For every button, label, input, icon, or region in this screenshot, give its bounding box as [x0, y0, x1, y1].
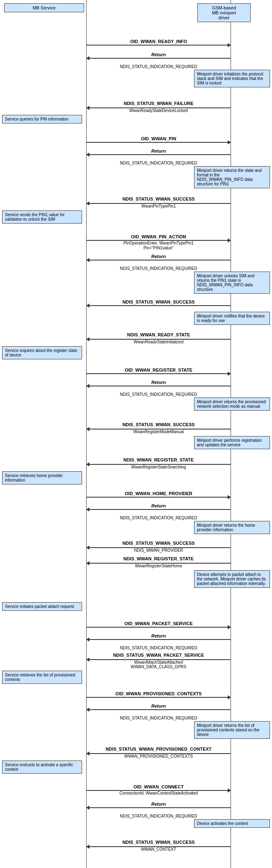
- seq-row-note1: Miniport driver initializes the protocol…: [0, 70, 272, 98]
- label-prov-contexts: OID_WWAN_PROVISIONED_CONTEXTS: [86, 691, 231, 696]
- ndis-indication-1: NDIS_STATUS_INDICATION_REQUIRED: [86, 64, 231, 69]
- arrow-return2-line: [86, 154, 231, 155]
- label-return4: Return: [86, 380, 231, 385]
- arrow-return5-line: [86, 509, 231, 510]
- note-pin-info: Miniport driver returns the state and fo…: [194, 166, 270, 188]
- note-home-provider: Service retrieves home provider informat…: [2, 471, 82, 484]
- arrow-prov-contexts-line: [86, 697, 231, 698]
- label-prov-context2: NDIS_STATUS_WWAN_PROVISIONED_CONTEXT: [86, 747, 231, 752]
- sequence-diagram: MB Service GSM-basedMB miniportdriver OI…: [0, 0, 272, 868]
- note-packet-attach-svc: Service initiates packet attach request: [2, 602, 82, 611]
- note-packet-attach: Device attempts to packet attach to the …: [194, 570, 270, 588]
- label-return3: Return: [86, 254, 231, 259]
- seq-row-reg-note: Service inquires about the register stat…: [0, 346, 272, 367]
- seq-row-note5: Miniport driver returns the home provide…: [0, 521, 272, 538]
- label-return2: Return: [86, 148, 231, 153]
- seq-row-ready-state-arrow: NDIS_WWAN_READY_STATE WwanReadyStateInit…: [0, 331, 272, 345]
- seq-row-reg-state3: NDIS_WWAN_REGISTER_STATE WwanRegisterSta…: [0, 555, 272, 569]
- arrow-packet-service-line: [86, 627, 231, 628]
- sublabel-pin-action2: Pin="PIN1value": [86, 246, 231, 250]
- label-reg-state2: NDIS_WWAN_REGISTER_STATE: [86, 457, 231, 462]
- label-return5: Return: [86, 503, 231, 508]
- actor-miniport: GSM-basedMB miniportdriver: [197, 3, 251, 22]
- note-network-select: Miniport driver returns the provisioned …: [194, 397, 270, 411]
- ndis-indication-7: NDIS_STATUS_INDICATION_REQUIRED: [86, 716, 231, 720]
- note-home-info: Miniport driver returns the home provide…: [194, 521, 270, 534]
- sublabel-reg-state3: WwanRegisterStateHome: [86, 564, 231, 568]
- sublabel-failure: WwanReadyStateDeviceLocked: [86, 108, 231, 113]
- label-return6: Return: [86, 633, 231, 638]
- sublabel-success-final: WWAN_CONTEXT: [86, 847, 231, 852]
- seq-row-connect: OID_WWAN_CONNECT ConnectionId, WwanConte…: [0, 784, 272, 801]
- arrow-home-provider-line: [86, 497, 231, 498]
- seq-row-packet-service2: NDIS_STATUS_WWAN_PACKET_SERVICE WwanAtta…: [0, 651, 272, 670]
- label-return1: Return: [86, 52, 231, 57]
- sublabel-connect: ConnectionId, WwanContextStateActivated: [86, 791, 231, 795]
- sublabel-packet-service2b: WWAN_DATA_CLASS_GPRS: [86, 665, 231, 669]
- arrow-reg-state-line: [86, 373, 231, 374]
- note-provisioned-contexts: Service retrieves the list of provisione…: [2, 671, 82, 684]
- seq-row-note8: Device activates the context: [0, 819, 272, 837]
- note-unlock-sim: Miniport driver unlocks SIM and returns …: [194, 272, 270, 294]
- arrow-return1-line: [86, 58, 231, 59]
- seq-row-note2: Miniport driver returns the state and fo…: [0, 166, 272, 194]
- seq-row-home-provider: OID_WWAN_HOME_PROVIDER: [0, 491, 272, 503]
- seq-row-note6: Device attempts to packet attach to the …: [0, 570, 272, 601]
- seq-row-prov-note: Service retrieves the list of provisione…: [0, 671, 272, 690]
- ndis-indication-4: NDIS_STATUS_INDICATION_REQUIRED: [86, 392, 231, 397]
- sublabel-prov-context2: WWAN_PROVISIONED_CONTEXTS: [86, 754, 231, 758]
- label-pin-action: OID_WWAN_PIN_ACTION: [86, 234, 231, 239]
- note-miniport-init: Miniport driver initializes the protocol…: [194, 70, 270, 87]
- note-registration: Miniport driver performs registration an…: [194, 436, 270, 449]
- label-success-final: NDIS_STATUS_WWAN_SUCCESS: [86, 840, 231, 845]
- seq-row-return2: Return: [0, 148, 272, 160]
- seq-row-note4: Miniport driver returns the provisioned …: [0, 397, 272, 420]
- seq-row-prov-contexts: OID_WWAN_PROVISIONED_CONTEXTS: [0, 691, 272, 703]
- arrow-return3-line: [86, 260, 231, 260]
- label-return8: Return: [86, 802, 231, 806]
- seq-row-note7: Miniport driver returns the list of prov…: [0, 721, 272, 744]
- seq-row-return4: Return: [0, 380, 272, 391]
- label-connect: OID_WWAN_CONNECT: [86, 784, 231, 789]
- label-home-provider: OID_WWAN_HOME_PROVIDER: [86, 491, 231, 496]
- seq-row-packet-note: Service initiates packet attach request: [0, 602, 272, 620]
- seq-row-home-note: Service retrieves home provider informat…: [0, 471, 272, 490]
- label-reg-state: OID_WWAN_REGISTER_STATE: [86, 368, 231, 372]
- label-return7: Return: [86, 704, 231, 708]
- label-success2: NDIS_STATUS_WWAN_SUCCESS: [86, 299, 231, 304]
- label-ready-info: OID_WWAN_READY_INFO: [86, 39, 231, 44]
- label-success1: NDIS_STATUS_WWAN_SUCCESS: [86, 196, 231, 201]
- label-failure: NDIS_STATUS_WWAN_FAILURE: [86, 101, 231, 106]
- sublabel-success1: WwanPinTypePin1: [86, 204, 231, 208]
- label-success4: NDIS_STATUS_WWAN_SUCCESS: [86, 541, 231, 546]
- seq-row-pin-action: OID_WWAN_PIN_ACTION PinOperationEnter, W…: [0, 234, 272, 253]
- arrow-pin-line: [86, 142, 231, 143]
- actor-left-label: MB Service: [32, 5, 55, 10]
- ndis-indication-6: NDIS_STATUS_INDICATION_REQUIRED: [86, 646, 231, 650]
- sublabel-pin-action1: PinOperationEnter, WwanPinTypePin1: [86, 241, 231, 245]
- note-register-state: Service inquires about the register stat…: [2, 346, 82, 359]
- sublabel-success4: NDIS_WWAN_PROVIDER: [86, 548, 231, 553]
- seq-row-success3: NDIS_STATUS_WWAN_SUCCESS WwanRegisterMod…: [0, 420, 272, 435]
- seq-row-note3: Miniport driver unlocks SIM and returns …: [0, 272, 272, 299]
- label-reg-state3: NDIS_WWAN_REGISTER_STATE: [86, 556, 231, 561]
- note-prov-list: Miniport driver returns the list of prov…: [194, 721, 270, 739]
- actor-right-label: GSM-basedMB miniportdriver: [212, 5, 236, 20]
- seq-row-success2: NDIS_STATUS_WWAN_SUCCESS: [0, 299, 272, 311]
- seq-row-reg-state2-note: Miniport driver performs registration an…: [0, 436, 272, 455]
- label-pin: OID_WWAN_PIN: [86, 136, 231, 141]
- seq-row-return3: Return: [0, 254, 272, 265]
- label-packet-service: OID_WWAN_PACKET_SERVICE: [86, 621, 231, 626]
- label-ready-state: NDIS_WWAN_READY_STATE: [86, 332, 231, 337]
- note-service-pin: Service queries for PIN information: [2, 115, 82, 123]
- seq-row-return7: Return: [0, 704, 272, 715]
- seq-row-return8: Return: [0, 802, 272, 813]
- arrow-success2-line: [86, 305, 231, 306]
- seq-row-reg-state2-arrow: NDIS_WWAN_REGISTER_STATE WwanRegisterSta…: [0, 456, 272, 471]
- seq-row-return1: Return: [0, 52, 272, 64]
- sequence-content: OID_WWAN_READY_INFO Return NDIS_STATUS_I…: [0, 39, 272, 862]
- seq-row-return5: Return: [0, 503, 272, 515]
- sublabel-success3: WwanRegisterModeManual: [86, 429, 231, 434]
- seq-row-packet-service: OID_WWAN_PACKET_SERVICE: [0, 621, 272, 633]
- note-activate-context: Service instructs to activate a specific…: [2, 761, 82, 774]
